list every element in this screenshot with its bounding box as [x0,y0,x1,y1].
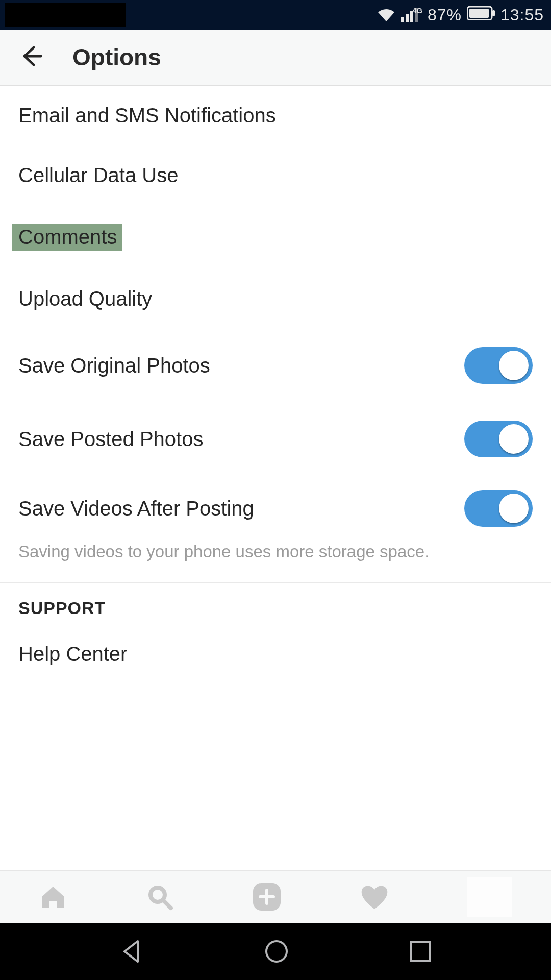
tab-home-icon[interactable] [39,883,67,911]
cellular-signal-icon: 4G [401,7,422,22]
svg-rect-1 [406,14,409,22]
battery-icon [467,6,495,24]
back-button[interactable] [18,44,42,70]
toggle-save-original-photos[interactable] [464,347,533,384]
option-label: Help Center [18,643,127,666]
android-nav-bar [0,923,551,980]
cellular-network-label: 4G [412,6,422,15]
option-label: Upload Quality [18,287,152,310]
svg-rect-13 [411,942,430,961]
battery-percentage: 87% [428,6,462,24]
svg-line-8 [163,900,171,908]
option-email-sms-notifications[interactable]: Email and SMS Notifications [0,86,551,145]
status-indicators: 4G 87% 13:55 [377,6,544,24]
option-save-videos-after-posting[interactable]: Save Videos After Posting [0,476,551,541]
tab-search-icon[interactable] [145,883,174,911]
option-help-center[interactable]: Help Center [0,624,551,684]
options-list: Email and SMS Notifications Cellular Dat… [0,86,551,684]
option-cellular-data-use[interactable]: Cellular Data Use [0,145,551,205]
tab-profile-placeholder[interactable] [467,877,512,917]
option-label: Save Videos After Posting [18,497,254,520]
svg-point-12 [266,941,287,962]
app-tab-bar [0,870,551,923]
toggle-save-posted-photos[interactable] [464,421,533,457]
header-bar: Options [0,30,551,86]
svg-rect-0 [401,17,404,22]
option-label: Cellular Data Use [18,164,178,187]
page-title: Options [72,43,161,71]
tab-activity-heart-icon[interactable] [360,884,389,910]
option-upload-quality[interactable]: Upload Quality [0,269,551,329]
save-videos-hint: Saving videos to your phone uses more st… [0,541,551,579]
status-left-black-box [5,3,126,27]
toggle-save-videos-after-posting[interactable] [464,490,533,527]
android-recent-apps-icon[interactable] [408,939,433,964]
svg-rect-6 [492,10,495,16]
android-back-icon[interactable] [118,938,145,965]
option-label: Save Original Photos [18,354,210,377]
section-title-support: SUPPORT [0,583,551,624]
option-save-posted-photos[interactable]: Save Posted Photos [0,402,551,476]
svg-rect-5 [469,9,489,18]
option-label: Save Posted Photos [18,428,203,451]
tab-add-post-icon[interactable] [252,882,282,912]
android-home-icon[interactable] [263,938,290,965]
wifi-icon [377,7,396,22]
option-label: Email and SMS Notifications [18,104,276,127]
option-label-highlighted: Comments [12,224,122,251]
option-comments[interactable]: Comments [0,205,551,269]
clock-time: 13:55 [500,6,544,24]
option-save-original-photos[interactable]: Save Original Photos [0,329,551,402]
status-bar: 4G 87% 13:55 [0,0,551,30]
